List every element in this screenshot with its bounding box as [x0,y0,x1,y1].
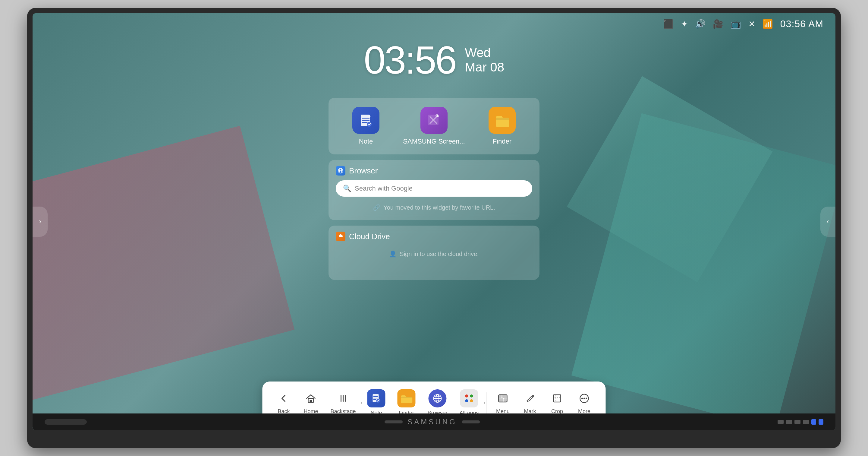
app-icon-samsung [421,107,447,134]
tv-speaker-left [44,419,87,425]
svg-rect-28 [502,395,507,398]
bg-shape1 [33,126,294,400]
menu-svg [498,393,508,404]
app-icon-finder [489,107,516,134]
all-apps-svg [464,393,475,404]
browser-hint: 🔗 You moved to this widget by favorite U… [336,204,532,211]
tv-center-button [384,420,403,423]
cloud-drive-icon [336,232,345,241]
app-label-samsung: SAMSUNG Screen... [403,138,465,145]
home-icon [303,391,318,406]
status-time: 03:56 AM [780,19,824,30]
tv-port-usb-1 [811,419,816,425]
svg-point-23 [470,395,473,398]
app-label-note: Note [359,138,373,145]
app-icon-note [352,107,379,134]
note-taskbar-svg [371,393,382,404]
crop-svg [552,393,563,404]
cloud-hint: 👤 Sign in to use the cloud drive. [336,250,532,258]
back-svg [278,393,289,404]
finder-svg-icon [494,112,510,129]
cloud-widget-header: Cloud Drive [336,232,532,241]
cloud-title: Cloud Drive [349,232,390,241]
wifi-icon: 📶 [763,19,773,29]
browser-taskbar-svg [432,393,443,404]
chevron-2: › [484,400,486,406]
cloud-hint-text: Sign in to use the cloud drive. [400,251,478,258]
app-item-samsung[interactable]: SAMSUNG Screen... [403,107,465,145]
more-svg [579,393,590,404]
svg-rect-33 [554,395,561,402]
tv-frame: ⬛ ✦ 🔊 🎥 📺 ✕ 📶 03:56 AM › ‹ 03:56 Wed Mar… [27,8,841,448]
tv-bottom-center: SAMSUNG [384,418,479,426]
clock-day: Wed [465,46,504,60]
svg-rect-27 [499,395,502,398]
tv-port-4 [803,420,809,424]
svg-line-31 [532,396,533,397]
browser-widget: Browser 🔍 Search with Google 🔗 You moved… [329,160,539,220]
chevron-right-icon: ‹ [827,218,829,226]
more-icon [577,391,592,406]
input-icon: ⬛ [663,19,674,29]
cloud-hint-icon: 👤 [389,250,397,258]
search-placeholder: Search with Google [355,184,412,192]
tv-brand: SAMSUNG [407,418,457,426]
widgets-container: Note SAMSUNG Screen... [329,98,539,280]
home-svg [305,393,316,404]
clock-date: Wed Mar 08 [465,46,504,75]
network-off-icon: ✕ [748,19,755,29]
tv-center-button2 [462,420,480,423]
mark-icon [523,391,538,406]
finder-taskbar-svg [401,393,412,404]
hint-icon: 🔗 [373,204,380,211]
browser-widget-header: Browser [336,166,532,175]
backstage-icon [336,391,350,406]
app-item-note[interactable]: Note [352,107,379,145]
volume-icon: 🔊 [695,19,706,29]
app-item-finder[interactable]: Finder [489,107,516,145]
svg-point-2 [367,122,372,127]
tv-port-1 [778,420,784,424]
display-icon: 📺 [731,19,741,29]
samsung-svg-icon [426,112,442,129]
note-app-icon [367,389,385,407]
camera-icon: 🎥 [713,19,723,29]
browser-app-icon [429,389,447,407]
cloud-drive-svg [338,233,344,239]
svg-point-39 [586,398,587,399]
svg-rect-11 [310,400,312,402]
crop-icon [550,391,565,406]
backstage-svg [338,393,348,404]
tv-port-2 [786,420,792,424]
chevron-left-icon: › [39,218,41,226]
svg-point-24 [465,399,468,402]
browser-title: Browser [349,166,378,175]
browser-search[interactable]: 🔍 Search with Google [336,180,532,197]
search-icon: 🔍 [343,184,351,192]
svg-point-37 [581,398,583,399]
finder-app-icon [398,389,415,407]
browser-hint-text: You moved to this widget by favorite URL… [383,204,495,211]
back-icon [276,391,291,406]
svg-point-22 [465,395,468,398]
svg-point-5 [436,115,438,117]
cloud-widget: Cloud Drive 👤 Sign in to use the cloud d… [329,226,539,280]
apps-widget: Note SAMSUNG Screen... [329,98,539,154]
svg-point-25 [470,399,473,402]
browser-header-icon [336,166,345,175]
tv-ports [778,419,824,425]
browser-icon-svg [338,168,344,174]
app-label-finder: Finder [493,138,512,145]
left-arrow[interactable]: › [33,207,48,237]
svg-rect-29 [499,398,504,402]
screen: ⬛ ✦ 🔊 🎥 📺 ✕ 📶 03:56 AM › ‹ 03:56 Wed Mar… [33,13,835,430]
tv-bottom-bar: SAMSUNG [33,414,835,430]
clock-area: 03:56 Wed Mar 08 [364,37,504,83]
tv-port-usb-2 [818,419,824,425]
tv-port-3 [795,420,801,424]
svg-rect-30 [504,398,507,402]
note-svg-icon [358,112,374,129]
svg-point-38 [584,398,585,399]
status-bar: ⬛ ✦ 🔊 🎥 📺 ✕ 📶 03:56 AM [33,13,835,34]
right-arrow[interactable]: ‹ [820,207,835,237]
